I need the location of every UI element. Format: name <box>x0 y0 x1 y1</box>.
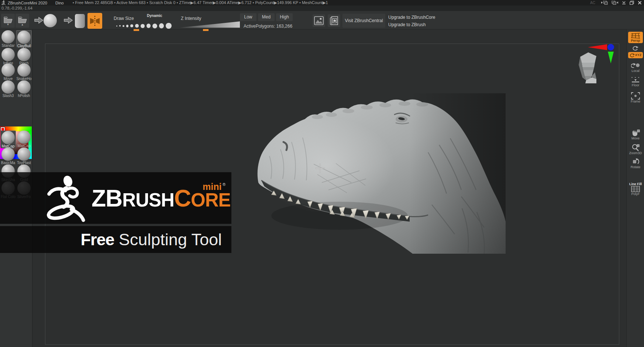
folder-open-icon <box>3 16 13 23</box>
frame-button[interactable]: Frame <box>628 92 643 103</box>
frame-icon <box>631 92 640 100</box>
xyz-label: XYZ <box>635 53 642 57</box>
material-item-matcap-red[interactable]: MatCap <box>16 131 32 148</box>
line-fill-label: Line Fill <box>628 182 643 186</box>
printer-3d-icon <box>329 16 339 25</box>
save-file-button[interactable]: ▴ <box>16 14 29 28</box>
brush-label: hPolish <box>16 94 32 98</box>
cylinder-primitive-button[interactable] <box>75 14 85 28</box>
rotate-button[interactable]: Rotate <box>628 158 643 169</box>
material-item-basicmaterial[interactable]: BasicMa <box>0 148 16 164</box>
material-item-matcap-gray[interactable]: MatCap <box>0 131 16 148</box>
zbrush-figure-logo <box>43 175 88 222</box>
brush-label: ClayBuil <box>17 44 31 48</box>
draw-size-marker[interactable] <box>134 29 139 31</box>
coordinates-readout: 0.78,-0.299,-1.64 <box>0 6 644 11</box>
spin-arrow-icon <box>633 46 638 51</box>
rotate-label: Rotate <box>628 165 643 169</box>
upgrade-to-zbrush-button[interactable]: Upgrade to ZBrush <box>388 22 426 27</box>
minimize-icon[interactable] <box>622 1 626 5</box>
material-thumbnail <box>1 148 15 161</box>
local-label: Local <box>628 69 643 73</box>
rotate-icon <box>631 158 640 165</box>
move-button[interactable]: Move <box>628 129 643 140</box>
brush-item-claybuildup[interactable]: ClayBuil <box>16 30 32 47</box>
brush-thumbnail <box>17 63 31 77</box>
local-button[interactable]: Local <box>628 63 643 73</box>
brand-zb: ZB <box>92 185 122 212</box>
local-pivot-icon <box>631 63 640 69</box>
brush-thumbnail <box>17 80 31 94</box>
sphere-primitive-button[interactable] <box>44 14 57 27</box>
z-axis-dot <box>607 44 614 51</box>
magnifier-icon <box>631 144 640 151</box>
image-icon <box>314 16 324 25</box>
zbrushcoremini-window: ZBrushCoreMini 2020 Dino • Free Mem 22.4… <box>0 0 644 347</box>
view-toolbar: Persp XYZ Local <box>626 30 644 347</box>
frame-label: Frame <box>628 100 643 103</box>
spin-cycle-button[interactable] <box>628 46 643 51</box>
brush-label: Standar <box>0 44 16 48</box>
promo-logo-banner: ZBRUSHCORE mini ® <box>0 172 231 224</box>
export-image-button[interactable] <box>313 14 325 27</box>
z-intensity-marker[interactable] <box>203 29 209 31</box>
title-bar: ZBrushCoreMini 2020 Dino • Free Mem 22.4… <box>0 0 644 6</box>
load-arrow2-icon <box>64 17 73 24</box>
resolution-high-button[interactable]: High <box>276 13 293 21</box>
floor-button[interactable]: Floor <box>628 77 643 87</box>
ac-indicator: AC <box>590 1 595 5</box>
brush-item-snakehook[interactable]: SnakeHo <box>16 63 32 80</box>
symmetry-icon <box>89 15 101 27</box>
resolution-low-button[interactable]: Low <box>240 13 256 21</box>
dock-left-icon[interactable] <box>601 1 608 5</box>
hand-move-icon <box>631 129 640 136</box>
floor-label: Floor <box>628 83 643 87</box>
brush-item-pinch[interactable]: Pinch <box>16 48 32 65</box>
brush-item-standard[interactable]: Standar <box>0 30 16 47</box>
crosshair-cursor <box>316 164 324 173</box>
symmetry-button[interactable] <box>87 13 102 29</box>
memory-stats: • Free Mem 22.485GB • Active Mem 683 • S… <box>73 0 328 5</box>
material-item-toyplastic[interactable]: ToyPlast <box>16 148 32 164</box>
close-icon[interactable] <box>638 1 642 5</box>
y-axis-arrow <box>608 52 614 63</box>
persp-button[interactable]: Persp <box>628 32 643 43</box>
brand-rush: RUSH <box>122 190 174 211</box>
brush-item-hpolish[interactable]: hPolish <box>16 80 32 97</box>
xyz-button[interactable]: XYZ <box>628 52 643 58</box>
dino-sculpture[interactable] <box>255 86 506 254</box>
active-polygons-readout: ActivePolygons: 163,266 <box>244 24 292 29</box>
brush-thumbnail <box>1 30 15 44</box>
export-3d-print-button[interactable] <box>328 14 340 27</box>
material-thumbnail <box>17 131 31 144</box>
save-triangle-icon: ▴ <box>21 23 23 26</box>
registered-mark: ® <box>223 182 225 187</box>
brush-item-move[interactable]: Move <box>0 63 16 80</box>
tagline-free: Free <box>81 230 114 249</box>
polyframe-button[interactable]: Line Fill PolyF <box>628 182 643 196</box>
dock-right-icon[interactable] <box>612 1 618 5</box>
brush-item-slash3[interactable]: Slash3 <box>0 80 16 97</box>
visit-zbrushcentral-button[interactable]: Visit ZBrushCentral <box>342 14 385 28</box>
x-axis-arrow <box>588 44 607 50</box>
restore-icon[interactable] <box>630 1 634 5</box>
folder-save-icon <box>18 16 27 23</box>
xyz-rotate-icon <box>630 53 635 58</box>
brand-core-c: C <box>174 185 191 212</box>
persp-label: Persp <box>628 39 643 42</box>
zoom3d-button[interactable]: Zoom3D <box>628 144 643 155</box>
upgrade-to-zbrushcore-button[interactable]: Upgrade to ZBrushCore <box>388 15 435 20</box>
draw-size-slider[interactable] <box>116 22 172 29</box>
axis-gizmo[interactable] <box>586 41 623 66</box>
brush-thumbnail <box>1 48 15 61</box>
open-file-button[interactable]: ▾ <box>1 14 15 28</box>
move-label: Move <box>628 136 643 140</box>
brush-item-inflate[interactable]: Inflate <box>0 48 16 65</box>
top-toolbar: ▾ ▴ Draw Size Dynamic <box>0 11 644 30</box>
z-intensity-slider[interactable] <box>180 21 240 28</box>
resolution-med-button[interactable]: Med <box>258 13 275 21</box>
brush-thumbnail <box>17 31 31 44</box>
brush-label: Slash3 <box>0 94 16 98</box>
app-title: ZBrushCoreMini 2020 <box>8 1 47 5</box>
load-arrow-icon <box>34 17 43 24</box>
